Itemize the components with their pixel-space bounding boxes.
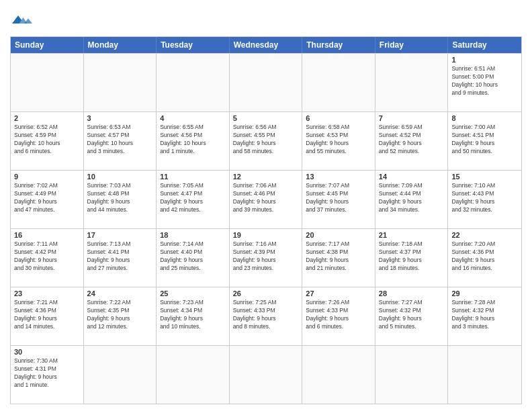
calendar-cell: 27Sunrise: 7:26 AM Sunset: 4:33 PM Dayli… — [302, 287, 375, 345]
calendar-cell — [302, 346, 375, 404]
calendar-cell: 16Sunrise: 7:11 AM Sunset: 4:42 PM Dayli… — [11, 229, 84, 287]
calendar-cell: 26Sunrise: 7:25 AM Sunset: 4:33 PM Dayli… — [230, 287, 303, 345]
logo — [10, 9, 32, 32]
day-number: 9 — [14, 173, 80, 181]
calendar-cell: 12Sunrise: 7:06 AM Sunset: 4:46 PM Dayli… — [230, 171, 303, 228]
day-info: Sunrise: 7:10 AM Sunset: 4:43 PM Dayligh… — [451, 182, 518, 214]
day-number: 29 — [451, 289, 518, 298]
day-number: 5 — [233, 114, 299, 122]
calendar-row-0: 1Sunrise: 6:51 AM Sunset: 5:00 PM Daylig… — [11, 53, 521, 111]
day-info: Sunrise: 6:51 AM Sunset: 5:00 PM Dayligh… — [451, 65, 518, 97]
day-number: 18 — [160, 231, 226, 239]
calendar-cell: 19Sunrise: 7:16 AM Sunset: 4:39 PM Dayli… — [230, 229, 303, 287]
calendar-row-1: 2Sunrise: 6:52 AM Sunset: 4:59 PM Daylig… — [11, 111, 521, 170]
day-info: Sunrise: 7:17 AM Sunset: 4:38 PM Dayligh… — [306, 240, 371, 273]
calendar-header-monday: Monday — [84, 37, 157, 53]
calendar-cell: 22Sunrise: 7:20 AM Sunset: 4:36 PM Dayli… — [448, 229, 521, 287]
day-info: Sunrise: 7:07 AM Sunset: 4:45 PM Dayligh… — [306, 182, 371, 214]
day-number: 21 — [379, 231, 445, 239]
day-number: 4 — [160, 114, 226, 122]
calendar-header-wednesday: Wednesday — [230, 37, 303, 53]
day-number: 25 — [160, 289, 226, 298]
day-info: Sunrise: 6:52 AM Sunset: 4:59 PM Dayligh… — [14, 124, 80, 156]
calendar-cell: 20Sunrise: 7:17 AM Sunset: 4:38 PM Dayli… — [302, 229, 375, 287]
day-info: Sunrise: 7:14 AM Sunset: 4:40 PM Dayligh… — [160, 240, 226, 273]
calendar-cell: 24Sunrise: 7:22 AM Sunset: 4:35 PM Dayli… — [84, 287, 157, 345]
calendar-cell — [375, 346, 449, 404]
calendar-cell: 8Sunrise: 7:00 AM Sunset: 4:51 PM Daylig… — [448, 112, 521, 170]
day-info: Sunrise: 7:02 AM Sunset: 4:49 PM Dayligh… — [14, 182, 80, 214]
day-number: 8 — [451, 114, 518, 122]
day-info: Sunrise: 7:25 AM Sunset: 4:33 PM Dayligh… — [233, 299, 299, 331]
day-info: Sunrise: 7:23 AM Sunset: 4:34 PM Dayligh… — [160, 299, 226, 331]
calendar-cell: 6Sunrise: 6:58 AM Sunset: 4:53 PM Daylig… — [302, 112, 375, 170]
calendar-cell — [84, 346, 157, 404]
calendar-cell: 1Sunrise: 6:51 AM Sunset: 5:00 PM Daylig… — [448, 54, 521, 111]
header — [10, 7, 522, 32]
calendar-header-sunday: Sunday — [11, 37, 84, 53]
calendar-cell: 3Sunrise: 6:53 AM Sunset: 4:57 PM Daylig… — [84, 112, 157, 170]
calendar-header-saturday: Saturday — [448, 37, 521, 53]
calendar-cell — [157, 346, 230, 404]
day-info: Sunrise: 7:06 AM Sunset: 4:46 PM Dayligh… — [233, 182, 299, 214]
day-info: Sunrise: 6:56 AM Sunset: 4:55 PM Dayligh… — [233, 124, 299, 156]
day-number: 7 — [379, 114, 445, 122]
day-info: Sunrise: 7:20 AM Sunset: 4:36 PM Dayligh… — [451, 240, 518, 273]
calendar-body: 1Sunrise: 6:51 AM Sunset: 5:00 PM Daylig… — [11, 53, 521, 404]
calendar-header-tuesday: Tuesday — [157, 37, 230, 53]
calendar-cell: 11Sunrise: 7:05 AM Sunset: 4:47 PM Dayli… — [157, 171, 230, 228]
day-info: Sunrise: 7:11 AM Sunset: 4:42 PM Dayligh… — [14, 240, 80, 273]
day-info: Sunrise: 6:55 AM Sunset: 4:56 PM Dayligh… — [160, 124, 226, 156]
day-info: Sunrise: 7:22 AM Sunset: 4:35 PM Dayligh… — [87, 299, 153, 331]
day-number: 13 — [306, 173, 371, 181]
day-number: 30 — [14, 348, 80, 356]
day-number: 11 — [160, 173, 226, 181]
day-number: 26 — [233, 289, 299, 298]
calendar-cell: 23Sunrise: 7:21 AM Sunset: 4:36 PM Dayli… — [11, 287, 84, 345]
calendar-cell — [448, 346, 521, 404]
day-number: 10 — [87, 173, 153, 181]
day-number: 19 — [233, 231, 299, 239]
calendar-row-3: 16Sunrise: 7:11 AM Sunset: 4:42 PM Dayli… — [11, 228, 521, 287]
calendar-header-friday: Friday — [375, 37, 449, 53]
day-number: 24 — [87, 289, 153, 298]
calendar-cell: 2Sunrise: 6:52 AM Sunset: 4:59 PM Daylig… — [11, 112, 84, 170]
calendar-cell — [157, 54, 230, 111]
day-info: Sunrise: 7:03 AM Sunset: 4:48 PM Dayligh… — [87, 182, 153, 214]
calendar-row-4: 23Sunrise: 7:21 AM Sunset: 4:36 PM Dayli… — [11, 287, 521, 345]
day-number: 27 — [306, 289, 371, 298]
day-info: Sunrise: 7:30 AM Sunset: 4:31 PM Dayligh… — [14, 357, 80, 390]
day-number: 3 — [87, 114, 153, 122]
day-number: 20 — [306, 231, 371, 239]
calendar-cell: 4Sunrise: 6:55 AM Sunset: 4:56 PM Daylig… — [157, 112, 230, 170]
day-info: Sunrise: 7:27 AM Sunset: 4:32 PM Dayligh… — [379, 299, 445, 331]
calendar-cell — [230, 54, 303, 111]
day-number: 14 — [379, 173, 445, 181]
calendar: SundayMondayTuesdayWednesdayThursdayFrid… — [10, 36, 522, 404]
calendar-cell: 18Sunrise: 7:14 AM Sunset: 4:40 PM Dayli… — [157, 229, 230, 287]
day-number: 12 — [233, 173, 299, 181]
calendar-cell — [302, 54, 375, 111]
day-number: 16 — [14, 231, 80, 239]
day-number: 23 — [14, 289, 80, 298]
day-info: Sunrise: 6:59 AM Sunset: 4:52 PM Dayligh… — [379, 124, 445, 156]
calendar-cell — [230, 346, 303, 404]
calendar-cell: 5Sunrise: 6:56 AM Sunset: 4:55 PM Daylig… — [230, 112, 303, 170]
day-info: Sunrise: 7:09 AM Sunset: 4:44 PM Dayligh… — [379, 182, 445, 214]
calendar-cell: 21Sunrise: 7:18 AM Sunset: 4:37 PM Dayli… — [375, 229, 449, 287]
calendar-cell: 25Sunrise: 7:23 AM Sunset: 4:34 PM Dayli… — [157, 287, 230, 345]
calendar-cell: 29Sunrise: 7:28 AM Sunset: 4:32 PM Dayli… — [448, 287, 521, 345]
day-number: 6 — [306, 114, 371, 122]
calendar-cell: 28Sunrise: 7:27 AM Sunset: 4:32 PM Dayli… — [375, 287, 449, 345]
day-info: Sunrise: 6:58 AM Sunset: 4:53 PM Dayligh… — [306, 124, 371, 156]
day-number: 15 — [451, 173, 518, 181]
calendar-cell — [84, 54, 157, 111]
day-info: Sunrise: 7:13 AM Sunset: 4:41 PM Dayligh… — [87, 240, 153, 273]
day-number: 2 — [14, 114, 80, 122]
day-number: 22 — [451, 231, 518, 239]
day-info: Sunrise: 7:05 AM Sunset: 4:47 PM Dayligh… — [160, 182, 226, 214]
calendar-cell: 7Sunrise: 6:59 AM Sunset: 4:52 PM Daylig… — [375, 112, 449, 170]
day-info: Sunrise: 6:53 AM Sunset: 4:57 PM Dayligh… — [87, 124, 153, 156]
calendar-cell: 13Sunrise: 7:07 AM Sunset: 4:45 PM Dayli… — [302, 171, 375, 228]
calendar-cell: 30Sunrise: 7:30 AM Sunset: 4:31 PM Dayli… — [11, 346, 84, 404]
